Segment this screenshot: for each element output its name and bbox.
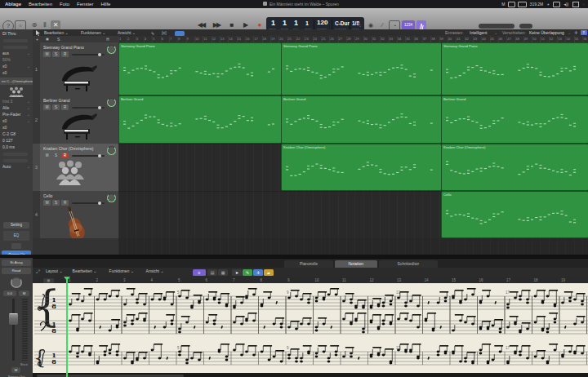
drag-value[interactable]: Keine Überlappung [529, 29, 564, 36]
s-button[interactable]: S [52, 153, 60, 158]
midi-region[interactable]: Berliner Grand [118, 95, 282, 144]
tab-schritteditor[interactable]: Schritteditor [379, 260, 439, 268]
track-pan-knob[interactable] [107, 193, 116, 202]
inspector-row[interactable] [2, 157, 30, 163]
menu-fenster[interactable]: Fenster [77, 0, 93, 8]
output-slot-button[interactable]: St-Ausg [2, 259, 31, 266]
inspector-row[interactable]: 0,0 ms [2, 144, 30, 150]
arrange-menu-funktionen[interactable]: Funktionen ⌄ [81, 29, 105, 36]
master-volume-handle[interactable] [519, 24, 532, 29]
inspector-row[interactable]: x0 [2, 70, 30, 76]
r-button[interactable]: R [61, 200, 69, 206]
automation-mode-button[interactable]: Read [2, 268, 31, 274]
track-pan-knob[interactable] [107, 146, 116, 155]
inspector-row[interactable]: 50% [2, 57, 30, 63]
score-scrollbar[interactable] [33, 373, 588, 377]
bounce-label[interactable]: Bnce [20, 362, 28, 366]
snap-chevron-icon[interactable]: ⌄ [494, 29, 497, 36]
inspector-row[interactable] [2, 38, 30, 43]
track-volume-handle[interactable] [98, 53, 101, 56]
glue-tool-button[interactable]: ▰ [264, 269, 274, 276]
pencil-icon[interactable]: ✎ [151, 31, 154, 36]
lcd-tempo[interactable]: 120 [317, 19, 327, 26]
tab-pianorolle[interactable]: Pianorolle [284, 260, 333, 268]
s-button[interactable]: S [52, 104, 60, 110]
score-sheet[interactable]: {1818591317{18591317 [33, 283, 588, 373]
m-button[interactable]: M [43, 51, 51, 57]
midi-region[interactable]: Steinway Grand Piano [281, 42, 442, 95]
mute-button[interactable]: M [11, 367, 20, 373]
inspector-section-header[interactable]: en C…(Omnisphere) [0, 78, 34, 85]
inspector-row[interactable]: x0 [2, 125, 30, 131]
display-icon[interactable] [508, 2, 515, 7]
keyboard-icon[interactable] [553, 2, 560, 7]
channel-fader-handle[interactable] [9, 313, 18, 325]
lcd-beat[interactable]: 1 [283, 19, 287, 27]
channel-eq-thumbnail[interactable]: EQ [3, 231, 29, 241]
track-header-1[interactable]: 1Steinway Grand PianoMSR [33, 42, 118, 96]
s-button[interactable]: S [52, 51, 60, 57]
arrange-menu-ansicht[interactable]: Ansicht ⌄ [118, 29, 136, 36]
master-volume-slider[interactable] [479, 24, 514, 29]
grid-icon[interactable] [572, 2, 579, 7]
inspector-row[interactable] [2, 44, 30, 50]
midi-in-button[interactable]: ≡ [193, 269, 206, 276]
m-button[interactable]: M [43, 200, 51, 206]
playhead[interactable] [66, 277, 68, 377]
r-button[interactable]: R [61, 104, 69, 110]
s-button[interactable]: S [52, 200, 60, 206]
status-m[interactable]: M [501, 2, 505, 7]
track-header-2[interactable]: 2Berliner GrandMSR [33, 95, 118, 144]
plus-icon[interactable]: + [547, 2, 550, 7]
lcd-tick[interactable]: 1 [305, 20, 309, 26]
inspector-row[interactable]: Pre-Fader⌄ [2, 112, 30, 118]
inspector-row[interactable]: Inst 3⌄ [2, 99, 30, 104]
siri-icon[interactable]: ◌ [582, 2, 585, 7]
inspector-row[interactable]: x0⌄ [2, 118, 30, 124]
midi-region[interactable]: Knaben Chor (Omnisphere) [441, 144, 588, 191]
channel-io-icon[interactable] [11, 243, 21, 249]
track-solo-icon[interactable]: S [57, 36, 60, 42]
midi-region[interactable]: Berliner Grand [441, 95, 588, 144]
inspector-row[interactable]: Alle⌄ [2, 105, 30, 111]
arrange-menu-bearbeiten[interactable]: Bearbeiten ⌄ [44, 29, 69, 36]
arrange-lanes[interactable]: Steinway Grand PianoSteinway Grand Piano… [118, 42, 588, 238]
menu-ablage[interactable]: Ablage [5, 0, 21, 8]
drag-handle-icon[interactable]: ⤢ [36, 269, 40, 275]
automation-toggle-icon[interactable]: Σ [581, 30, 587, 35]
view-grid-icon[interactable]: ▦ [218, 269, 228, 276]
arrange-empty-area[interactable] [118, 238, 588, 255]
pencil-tool-button[interactable]: ✎ [243, 269, 252, 276]
lcd-key[interactable]: C-Dur [335, 20, 350, 26]
inspector-row[interactable]: 0 127 [2, 138, 30, 144]
volume-value-button[interactable]: 0.0 [3, 291, 16, 296]
menu-foto[interactable]: Foto [60, 0, 69, 8]
crosshair-tool-button[interactable]: ✛ [253, 269, 263, 276]
midi-region[interactable]: Steinway Grand Piano [118, 42, 282, 95]
midi-region[interactable]: Steinway Grand Piano [441, 42, 588, 95]
speaker-icon[interactable]: ◂)) [564, 2, 568, 7]
playhead-marker-icon[interactable] [64, 277, 70, 281]
inspector-row[interactable]: Auto⌄ [2, 164, 30, 170]
track-list-empty[interactable] [33, 238, 118, 255]
inspector-row[interactable]: aus⌄ [2, 51, 30, 56]
editor-menu-layout[interactable]: Layout ⌄ [46, 268, 63, 274]
channel-fader-track[interactable] [12, 299, 15, 361]
drag-chevron-icon[interactable]: ⌄ [568, 29, 571, 36]
m-button[interactable]: M [43, 153, 51, 158]
menu-bearbeiten[interactable]: Bearbeiten [29, 0, 52, 8]
pan-knob[interactable] [11, 277, 22, 288]
track-volume-handle[interactable] [98, 154, 101, 157]
track-header-4[interactable]: 4CelloMSR [33, 191, 118, 239]
lcd-bar[interactable]: 1 [271, 19, 275, 27]
marquee-icon[interactable]: [≡] [162, 29, 167, 36]
add-track-button[interactable]: + [36, 36, 38, 42]
menu-hilfe[interactable]: Hilfe [100, 0, 110, 8]
track-volume-handle[interactable] [98, 202, 101, 205]
inspector-row[interactable]: x0⌄ [2, 64, 30, 69]
track-header-3[interactable]: 3Knaben Chor (Omnisphere)MSR [33, 144, 118, 192]
midi-region[interactable]: Berliner Grand [281, 95, 442, 144]
editor-menu-ansicht[interactable]: Ansicht ⌄ [146, 268, 164, 274]
pointer-tool-icon[interactable] [35, 30, 41, 36]
inspector-row[interactable] [2, 151, 30, 157]
